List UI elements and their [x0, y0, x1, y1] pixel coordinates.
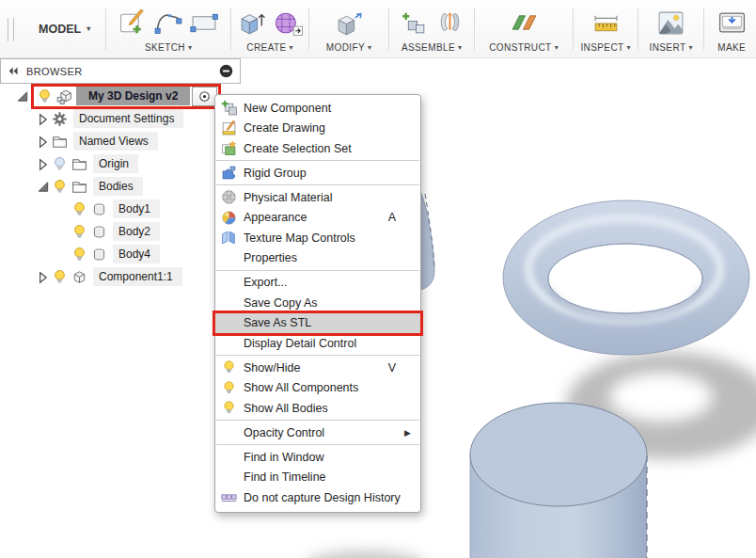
menu-item-label: Do not capture Design History: [244, 491, 401, 504]
bulb-on-icon[interactable]: [51, 178, 69, 196]
menu-item-label: Appearance: [244, 211, 307, 224]
menu-item-label: Physical Material: [244, 191, 332, 204]
appearance-icon: [221, 210, 237, 226]
tree-item-label: Origin: [93, 154, 138, 173]
menu-item-show-hide[interactable]: Show/HideV: [215, 358, 420, 378]
tree-item-label: Body1: [113, 199, 160, 218]
arrow-collapsed-icon[interactable]: [36, 112, 50, 126]
menu-item-label: Find in Window: [244, 451, 323, 464]
create-drawing-icon: [221, 120, 237, 136]
menu-item-show-all-components[interactable]: Show All Components: [215, 378, 420, 399]
menu-item-physical-material[interactable]: Physical Material: [215, 187, 420, 208]
body-icon: [90, 200, 108, 218]
tree-item-label: My 3D Design v2: [76, 87, 190, 105]
arrow-collapsed-icon[interactable]: [36, 157, 50, 171]
menu-item-label: Show All Bodies: [244, 402, 328, 415]
menu-item-opacity-control[interactable]: Opacity Control▶: [215, 422, 420, 443]
menu-item-display-detail-control[interactable]: Display Detail Control: [215, 333, 420, 354]
menu-item-label: Create Selection Set: [244, 142, 352, 155]
bulb-on-icon[interactable]: [71, 223, 88, 241]
menu-separator: [216, 444, 419, 445]
bulb-icon: [221, 380, 237, 396]
folder-icon: [71, 155, 88, 173]
menu-item-label: Save Copy As: [244, 296, 318, 310]
bulb-on-icon[interactable]: [71, 246, 88, 263]
menu-item-label: Display Detail Control: [244, 337, 356, 350]
menu-item-label: Export...: [244, 276, 288, 289]
tree-item-label: Document Settings: [73, 109, 183, 128]
gear-icon: [51, 110, 69, 128]
menu-separator: [216, 184, 419, 185]
bulb-off-icon[interactable]: [51, 155, 69, 173]
menu-item-create-selection-set[interactable]: Create Selection Set: [215, 138, 420, 159]
menu-item-label: Find in Timeline: [244, 470, 326, 484]
menu-item-label: Properties: [244, 251, 297, 264]
cylinder-body[interactable]: [470, 403, 647, 558]
radio-icon: [198, 90, 211, 103]
body-icon: [90, 246, 108, 263]
bulb-icon: [221, 359, 237, 375]
menu-item-new-component[interactable]: New Component: [215, 98, 420, 119]
tree-item-label: Named Views: [73, 132, 158, 151]
annotation-box-root-item: My 3D Design v2: [31, 84, 221, 109]
menu-item-do-not-capture-design-history[interactable]: Do not capture Design History: [215, 487, 420, 508]
tree-item-label: Bodies: [93, 177, 143, 196]
submenu-arrow-icon: ▶: [404, 428, 411, 438]
component-assembly-icon: [55, 88, 73, 105]
menu-item-label: Rigid Group: [244, 167, 307, 180]
menu-item-rigid-group[interactable]: Rigid Group: [215, 163, 420, 183]
bulb-on-icon[interactable]: [36, 88, 54, 105]
new-component-icon: [221, 100, 237, 116]
arrow-collapsed-icon[interactable]: [36, 270, 50, 284]
menu-separator: [216, 355, 419, 356]
menu-item-shortcut: V: [388, 361, 411, 375]
menu-item-label: Create Drawing: [244, 121, 325, 135]
menu-item-save-as-stl[interactable]: Save As STL: [215, 313, 420, 334]
menu-item-label: Save As STL: [244, 316, 311, 329]
tree-item-label: Component1:1: [93, 267, 182, 286]
texture-map-icon: [221, 230, 237, 246]
menu-item-label: Show/Hide: [244, 361, 300, 375]
arrow-collapsed-icon[interactable]: [36, 135, 50, 149]
menu-separator: [216, 270, 419, 271]
tree-item-label: Body4: [113, 245, 160, 263]
menu-separator: [216, 160, 419, 161]
folder-icon: [71, 178, 88, 196]
menu-item-properties[interactable]: Properties: [215, 248, 420, 269]
selection-set-icon: [221, 140, 237, 156]
fusion360-window: MODEL ▾ SKETCH▾ CREATE▾ MODIFY▾ ASSEMBLE…: [0, 0, 756, 558]
tree-item-label: Body2: [113, 222, 160, 241]
rigid-group-icon: [221, 165, 237, 181]
menu-item-label: Texture Map Controls: [244, 231, 355, 245]
arrow-expanded-icon[interactable]: [36, 180, 50, 194]
menu-item-find-in-window[interactable]: Find in Window: [215, 447, 420, 468]
menu-item-label: Opacity Control: [244, 426, 324, 439]
menu-item-shortcut: A: [388, 211, 411, 224]
torus-body[interactable]: [503, 200, 749, 355]
menu-item-texture-map-controls[interactable]: Texture Map Controls: [215, 228, 420, 248]
bulb-on-icon[interactable]: [51, 268, 69, 286]
menu-separator: [216, 420, 419, 421]
design-history-icon: [221, 489, 237, 505]
body-icon: [90, 223, 108, 241]
bulb-on-icon[interactable]: [71, 200, 88, 218]
menu-item-appearance[interactable]: AppearanceA: [215, 208, 420, 229]
menu-item-save-copy-as[interactable]: Save Copy As: [215, 293, 420, 313]
arrow-expanded-icon[interactable]: [15, 89, 29, 104]
menu-item-find-in-timeline[interactable]: Find in Timeline: [215, 468, 420, 488]
menu-item-label: Show All Components: [244, 381, 358, 394]
menu-item-label: New Component: [244, 102, 331, 115]
context-menu: New ComponentCreate DrawingCreate Select…: [214, 94, 421, 513]
menu-item-export[interactable]: Export...: [215, 273, 420, 294]
menu-item-show-all-bodies[interactable]: Show All Bodies: [215, 398, 420, 419]
folder-icon: [51, 133, 69, 151]
cylinder-shadow: [305, 551, 425, 558]
component-icon: [71, 268, 88, 286]
physical-material-icon: [221, 189, 237, 205]
menu-item-create-drawing[interactable]: Create Drawing: [215, 119, 420, 139]
bulb-icon: [221, 400, 237, 416]
